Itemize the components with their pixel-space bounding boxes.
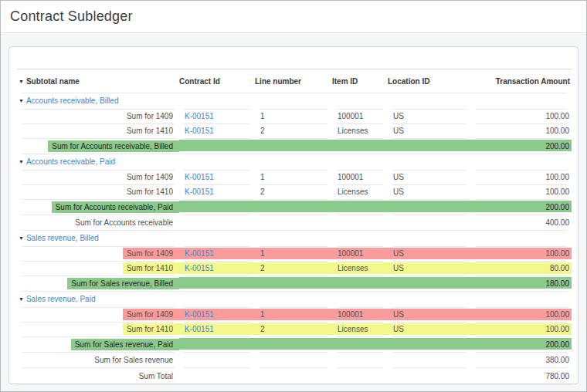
contract-id-cell: K-00151 — [179, 170, 255, 184]
item-id-cell: 100001 — [332, 246, 388, 261]
column-header-label: Line number — [255, 77, 301, 86]
collapse-caret-icon[interactable]: ▼ — [19, 98, 24, 103]
collapse-caret-icon[interactable]: ▼ — [19, 296, 24, 302]
contract-link[interactable]: K-00151 — [185, 112, 214, 120]
subtotal-label-cell: Sum for Sales revenue — [17, 352, 179, 367]
location-id-cell: US — [388, 184, 471, 199]
subtotal-row: Sum for Sales revenue380.00 — [17, 352, 572, 367]
amount-cell: 200.00 — [471, 336, 572, 352]
line-number-cell — [255, 275, 332, 291]
column-header-location-id[interactable]: Location ID — [388, 69, 471, 93]
subtotal-label-cell: Sum for Sales revenue, Billed — [17, 275, 179, 291]
sort-caret-icon: ▼ — [19, 79, 24, 84]
contract-link[interactable]: K-00151 — [185, 264, 214, 272]
location-id-cell — [388, 138, 471, 154]
contract-link[interactable]: K-00151 — [185, 173, 214, 181]
contract-link[interactable]: K-00151 — [185, 325, 214, 333]
group-subtotal-row: Sum for Accounts receivable, Paid200.00 — [17, 199, 572, 215]
amount-cell: 400.00 — [471, 215, 572, 230]
group-link[interactable]: Sales revenue, Billed — [26, 234, 99, 242]
line-number-cell: 2 — [255, 322, 332, 336]
location-id-cell — [388, 215, 471, 230]
location-id-cell: US — [388, 246, 471, 261]
contract-link[interactable]: K-00151 — [185, 127, 214, 135]
contract-link[interactable]: K-00151 — [185, 188, 214, 196]
data-row: Sum for 1409K-001511100001US100.00 — [17, 170, 572, 184]
item-id-cell: 100001 — [332, 307, 388, 322]
item-id-cell — [332, 275, 388, 291]
contract-id-cell — [179, 199, 255, 215]
column-header-subtotal-name[interactable]: ▼Subtotal name — [17, 69, 179, 93]
page: Contract Subledger ▼Subtotal nameContrac… — [0, 0, 587, 392]
line-number-cell — [255, 138, 332, 154]
contract-id-cell: K-00151 — [179, 246, 255, 261]
column-header-label: Subtotal name — [26, 77, 80, 86]
line-number-cell: 1 — [255, 170, 332, 184]
contract-id-cell — [179, 352, 255, 367]
data-row: Sum for 1409K-001511100001US100.00 — [17, 246, 572, 261]
line-number-cell — [255, 367, 332, 385]
contract-id-cell: K-00151 — [179, 322, 255, 336]
item-id-cell — [332, 336, 388, 352]
line-number-cell: 1 — [255, 307, 332, 322]
group-link[interactable]: Accounts receivable, Paid — [26, 157, 115, 166]
grand-total-row: Sum Total780.00 — [17, 367, 572, 385]
subtotal-name-cell: Sum for 1410 — [17, 322, 179, 336]
column-header-label: Item ID — [332, 77, 358, 86]
group-subtotal-row: Sum for Accounts receivable, Billed200.0… — [17, 138, 572, 154]
collapse-caret-icon[interactable]: ▼ — [19, 159, 24, 164]
group-header-row: ▼Sales revenue, Paid — [17, 291, 572, 307]
group-header-row: ▼Accounts receivable, Paid — [17, 154, 572, 170]
item-id-cell — [332, 138, 388, 154]
contract-id-cell — [179, 367, 255, 385]
line-number-cell: 1 — [255, 246, 332, 261]
group-link[interactable]: Accounts receivable, Billed — [26, 96, 119, 105]
item-id-cell: Licenses — [332, 322, 388, 336]
subtotal-label-cell: Sum for Accounts receivable — [17, 215, 179, 230]
contract-id-cell: K-00151 — [179, 123, 255, 138]
location-id-cell — [388, 367, 471, 385]
subtotal-label-cell: Sum Total — [17, 367, 179, 385]
line-number-cell: 2 — [255, 261, 332, 275]
contract-id-cell — [179, 215, 255, 230]
column-header-label: Contract Id — [179, 77, 220, 86]
amount-cell: 100.00 — [471, 246, 572, 261]
subtotal-name-cell: Sum for 1409 — [17, 170, 179, 184]
group-header-row: ▼Sales revenue, Billed — [17, 230, 572, 246]
location-id-cell — [388, 336, 471, 352]
amount-cell: 100.00 — [471, 307, 572, 322]
data-row: Sum for 1410K-001512LicensesUS100.00 — [17, 184, 572, 199]
column-header-line-number[interactable]: Line number — [255, 69, 332, 93]
line-number-cell: 1 — [255, 109, 332, 123]
column-header-row: ▼Subtotal nameContract IdLine numberItem… — [17, 69, 572, 93]
location-id-cell — [388, 275, 471, 291]
collapse-caret-icon[interactable]: ▼ — [19, 235, 24, 241]
amount-cell: 100.00 — [471, 109, 572, 123]
column-header-contract-id[interactable]: Contract Id — [179, 69, 255, 93]
amount-cell: 200.00 — [471, 138, 572, 154]
column-header-transaction-amount[interactable]: Transaction Amount — [471, 69, 572, 93]
contract-id-cell: K-00151 — [179, 261, 255, 275]
subtotal-label-cell: Sum for Sales revenue, Paid — [17, 336, 179, 352]
subtotal-name-cell: Sum for 1410 — [17, 261, 179, 275]
line-number-cell — [255, 336, 332, 352]
contract-link[interactable]: K-00151 — [185, 249, 214, 258]
results-panel: ▼Subtotal nameContract IdLine numberItem… — [8, 46, 579, 384]
amount-cell: 380.00 — [471, 352, 572, 367]
group-link[interactable]: Sales revenue, Paid — [26, 295, 96, 303]
contract-link[interactable]: K-00151 — [185, 310, 214, 319]
column-header-item-id[interactable]: Item ID — [332, 69, 388, 93]
amount-cell: 200.00 — [471, 199, 572, 215]
item-id-cell: 100001 — [332, 109, 388, 123]
amount-cell: 100.00 — [471, 184, 572, 199]
data-row: Sum for 1410K-001512LicensesUS100.00 — [17, 322, 572, 336]
group-subtotal-row: Sum for Sales revenue, Paid200.00 — [17, 336, 572, 352]
contract-id-cell — [179, 138, 255, 154]
column-header-label: Location ID — [388, 77, 429, 86]
group-subtotal-row: Sum for Sales revenue, Billed180.00 — [17, 275, 572, 291]
location-id-cell — [388, 199, 471, 215]
location-id-cell: US — [388, 109, 471, 123]
amount-cell: 780.00 — [471, 367, 572, 385]
subtotal-row: Sum for Accounts receivable400.00 — [17, 215, 572, 230]
data-row: Sum for 1410K-001512LicensesUS80.00 — [17, 261, 572, 275]
